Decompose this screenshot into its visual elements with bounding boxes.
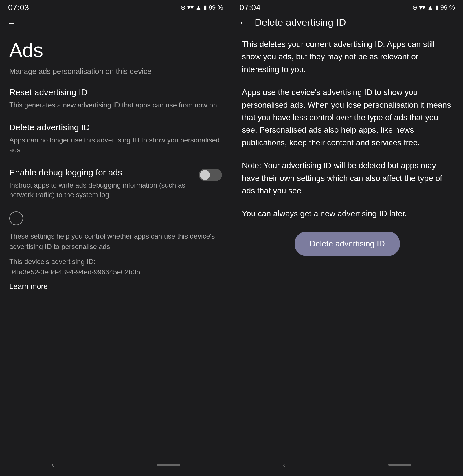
info-icon: i (9, 211, 23, 225)
delete-description: Apps can no longer use this advertising … (9, 135, 222, 155)
left-content-area: Ads Manage ads personalisation on this d… (0, 32, 231, 453)
right-back-button[interactable]: ← (238, 18, 248, 27)
right-wifi-icon: ▾▾ (419, 4, 425, 11)
right-signal-icon: ▲ (427, 4, 433, 11)
learn-more-link[interactable]: Learn more (9, 282, 48, 291)
signal-icon: ▲ (195, 4, 202, 11)
debug-row: Enable debug logging for ads Instruct ap… (9, 168, 222, 200)
left-nav-back-icon[interactable]: ‹ (51, 460, 54, 469)
left-bottom-nav: ‹ (0, 453, 231, 476)
left-status-icons: ⊖ ▾▾ ▲ ▮ 99 % (180, 4, 223, 11)
right-page-title-bar: ← Delete advertising ID (232, 14, 463, 31)
right-desc-2: Apps use the device's advertising ID to … (242, 86, 453, 149)
info-text: These settings help you control whether … (9, 231, 222, 252)
right-nav-back-icon[interactable]: ‹ (283, 460, 286, 469)
debug-toggle-container (199, 169, 222, 181)
right-desc-4: You can always get a new advertising ID … (242, 207, 453, 220)
left-time: 07:03 (8, 3, 29, 12)
debug-section: Enable debug logging for ads Instruct ap… (9, 168, 222, 200)
debug-toggle[interactable] (199, 169, 222, 181)
right-time: 07:04 (240, 3, 261, 12)
battery-percent: 99 % (209, 4, 223, 11)
reset-title: Reset advertising ID (9, 87, 222, 97)
delete-title: Delete advertising ID (9, 122, 222, 132)
right-battery-icon: ▮ (435, 4, 439, 11)
right-phone-panel: 07:04 ⊖ ▾▾ ▲ ▮ 99 % ← Delete advertising… (232, 0, 463, 476)
right-do-not-disturb-icon: ⊖ (412, 4, 417, 11)
wifi-icon: ▾▾ (187, 4, 194, 11)
right-status-bar: 07:04 ⊖ ▾▾ ▲ ▮ 99 % (232, 0, 463, 14)
page-subtitle: Manage ads personalisation on this devic… (9, 67, 222, 76)
left-status-bar: 07:03 ⊖ ▾▾ ▲ ▮ 99 % (0, 0, 231, 14)
right-desc-3: Note: Your advertising ID will be delete… (242, 159, 453, 197)
page-heading: Ads (9, 39, 222, 61)
debug-title: Enable debug logging for ads (9, 168, 194, 177)
delete-section[interactable]: Delete advertising ID Apps can no longer… (9, 122, 222, 155)
right-status-icons: ⊖ ▾▾ ▲ ▮ 99 % (412, 4, 455, 11)
info-symbol: i (15, 214, 17, 222)
left-home-pill[interactable] (157, 464, 180, 466)
advertising-id-block: This device's advertising ID: 04fa3e52-3… (9, 257, 222, 277)
advertising-id-value: 04fa3e52-3edd-4394-94ed-996645e02b0b (9, 268, 140, 276)
right-home-pill[interactable] (388, 464, 411, 466)
right-battery-percent: 99 % (440, 4, 455, 11)
advertising-id-label: This device's advertising ID: (9, 258, 95, 266)
do-not-disturb-icon: ⊖ (180, 4, 185, 11)
reset-description: This generates a new advertising ID that… (9, 100, 222, 110)
info-section: i These settings help you control whethe… (9, 211, 222, 291)
right-bottom-nav: ‹ (232, 453, 463, 476)
right-desc-1: This deletes your current advertising ID… (242, 38, 453, 76)
left-phone-panel: 07:03 ⊖ ▾▾ ▲ ▮ 99 % ← Ads Manage ads per… (0, 0, 232, 476)
battery-icon: ▮ (203, 4, 207, 11)
left-top-nav: ← (0, 14, 231, 32)
debug-description: Instruct apps to write ads debugging inf… (9, 180, 194, 200)
toggle-knob (200, 170, 210, 180)
right-content-area: This deletes your current advertising ID… (232, 31, 463, 453)
debug-text: Enable debug logging for ads Instruct ap… (9, 168, 194, 200)
right-page-title: Delete advertising ID (255, 17, 346, 28)
back-button[interactable]: ← (7, 19, 16, 28)
delete-advertising-id-button[interactable]: Delete advertising ID (295, 232, 400, 256)
reset-section[interactable]: Reset advertising ID This generates a ne… (9, 87, 222, 110)
